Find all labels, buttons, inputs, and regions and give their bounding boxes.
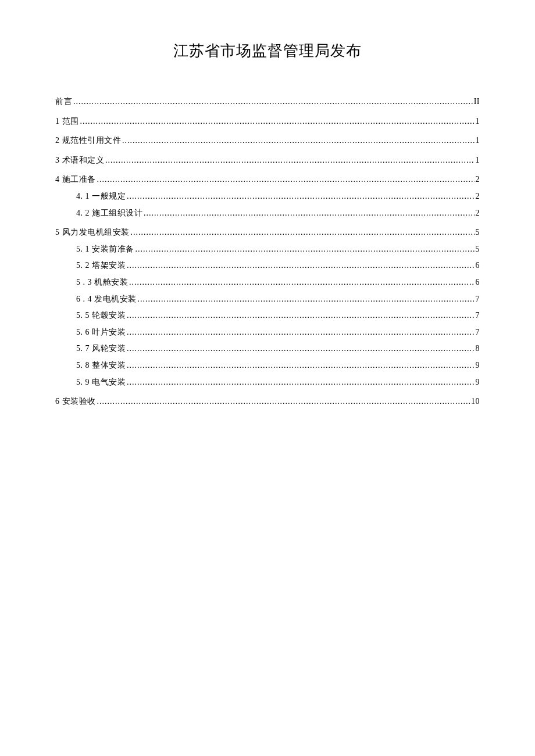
toc-label: 4 施工准备 <box>55 174 96 185</box>
toc-label: 4. 1 一般规定 <box>76 191 126 202</box>
toc-label: 1 范围 <box>55 116 79 127</box>
toc-label: 3 术语和定义 <box>55 155 104 166</box>
toc-page-number: II <box>474 96 480 108</box>
toc-label: 2 规范性引用文件 <box>55 135 121 146</box>
toc-page-number: 10 <box>471 396 480 407</box>
toc-label: 4. 2 施工组织设计 <box>76 207 142 219</box>
toc-entry: 前言 II <box>55 96 480 108</box>
toc-leader-dots <box>97 396 470 407</box>
table-of-contents: 前言 II 1 范围 1 2 规范性引用文件 1 3 术语和定义 1 4 施工准… <box>55 96 480 407</box>
toc-leader-dots <box>105 155 475 166</box>
toc-page-number: 1 <box>476 135 480 146</box>
toc-page-number: 2 <box>476 207 480 219</box>
toc-page-number: 9 <box>476 360 480 371</box>
toc-entry: 4. 2 施工组织设计 2 <box>55 207 480 219</box>
toc-label: 前言 <box>55 96 72 108</box>
toc-entry: 4. 1 一般规定 2 <box>55 191 480 202</box>
toc-page-number: 1 <box>476 155 480 166</box>
toc-leader-dots <box>131 227 475 238</box>
toc-page-number: 6 <box>476 260 480 271</box>
toc-entry: 5. 1 安装前准备 5 <box>55 243 480 255</box>
toc-leader-dots <box>138 293 475 305</box>
toc-leader-dots <box>144 207 475 219</box>
toc-entry: 1 范围 1 <box>55 116 480 127</box>
toc-label: 6 安装验收 <box>55 396 96 407</box>
toc-leader-dots <box>80 116 475 127</box>
toc-entry: 3 术语和定义 1 <box>55 155 480 166</box>
toc-page-number: 2 <box>476 174 480 185</box>
toc-page-number: 6 <box>476 277 480 288</box>
toc-leader-dots <box>129 277 475 288</box>
toc-leader-dots <box>127 360 475 371</box>
toc-leader-dots <box>73 96 473 108</box>
toc-entry: 6 . 4 发电机安装 7 <box>55 293 480 305</box>
toc-label: 5 风力发电机组安装 <box>55 227 130 238</box>
toc-label: 5. 9 电气安装 <box>76 377 126 388</box>
toc-label: 5 . 3 机舱安装 <box>76 277 128 288</box>
toc-label: 5. 6 叶片安装 <box>76 327 126 338</box>
toc-entry: 5. 8 整体安装 9 <box>55 360 480 371</box>
toc-leader-dots <box>127 343 475 354</box>
toc-label: 5. 7 风轮安装 <box>76 343 126 354</box>
toc-entry: 5. 5 轮毂安装 7 <box>55 310 480 321</box>
toc-entry: 5 风力发电机组安装 5 <box>55 227 480 238</box>
page-title: 江苏省市场监督管理局发布 <box>55 41 480 61</box>
toc-leader-dots <box>135 243 475 255</box>
toc-leader-dots <box>127 260 475 271</box>
toc-label: 5. 1 安装前准备 <box>76 243 134 255</box>
toc-page-number: 5 <box>476 243 480 255</box>
toc-page-number: 7 <box>476 310 480 321</box>
toc-leader-dots <box>127 310 475 321</box>
toc-label: 5. 2 塔架安装 <box>76 260 126 271</box>
toc-entry: 5. 6 叶片安装 7 <box>55 327 480 338</box>
toc-page-number: 8 <box>476 343 480 354</box>
toc-leader-dots <box>122 135 475 146</box>
toc-page-number: 9 <box>476 377 480 388</box>
toc-entry: 5. 7 风轮安装 8 <box>55 343 480 354</box>
toc-label: 6 . 4 发电机安装 <box>76 293 137 305</box>
toc-page-number: 7 <box>476 293 480 305</box>
toc-leader-dots <box>97 174 475 185</box>
toc-entry: 5 . 3 机舱安装 6 <box>55 277 480 288</box>
toc-leader-dots <box>127 191 475 202</box>
toc-leader-dots <box>127 377 475 388</box>
toc-page-number: 1 <box>476 116 480 127</box>
toc-label: 5. 5 轮毂安装 <box>76 310 126 321</box>
toc-page-number: 7 <box>476 327 480 338</box>
toc-page-number: 5 <box>476 227 480 238</box>
toc-entry: 5. 9 电气安装 9 <box>55 377 480 388</box>
toc-page-number: 2 <box>476 191 480 202</box>
toc-entry: 4 施工准备 2 <box>55 174 480 185</box>
toc-leader-dots <box>127 327 475 338</box>
toc-entry: 2 规范性引用文件 1 <box>55 135 480 146</box>
toc-entry: 5. 2 塔架安装 6 <box>55 260 480 271</box>
toc-entry: 6 安装验收 10 <box>55 396 480 407</box>
toc-label: 5. 8 整体安装 <box>76 360 126 371</box>
